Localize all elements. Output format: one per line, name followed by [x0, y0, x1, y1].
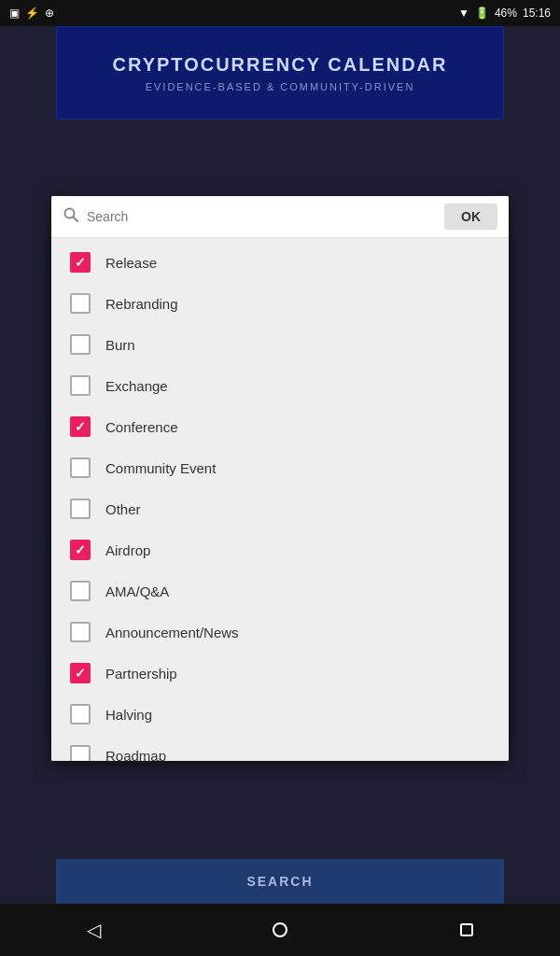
label-announcement-news: Announcement/News	[105, 625, 239, 640]
label-rebranding: Rebranding	[105, 296, 178, 312]
label-halving: Halving	[105, 707, 152, 723]
home-icon	[273, 922, 287, 937]
status-icons-left: ▣ ⚡ ⊕	[9, 7, 54, 20]
label-roadmap: Roadmap	[105, 748, 166, 762]
checkbox-community-event[interactable]	[70, 457, 91, 478]
checkbox-other[interactable]	[70, 499, 91, 519]
checkbox-roadmap[interactable]	[70, 745, 91, 761]
app-subtitle: EVIDENCE-BASED & COMMUNITY-DRIVEN	[146, 81, 415, 92]
label-partnership: Partnership	[105, 666, 177, 682]
battery-percent: 46%	[495, 7, 517, 20]
checkbox-airdrop[interactable]: ✓	[70, 540, 91, 560]
checkbox-release[interactable]: ✓	[70, 252, 91, 273]
checkmark-airdrop: ✓	[75, 543, 86, 556]
usb-icon: ⚡	[25, 7, 39, 20]
wifi-icon: ▼	[458, 7, 469, 20]
label-ama-qa: AMA/Q&A	[105, 583, 169, 599]
app-title: CRYPTOCURRENCY CALENDAR	[113, 54, 448, 76]
label-exchange: Exchange	[105, 378, 168, 394]
checkbox-partnership[interactable]: ✓	[70, 663, 91, 683]
clock: 15:16	[523, 7, 551, 20]
filter-dialog: OK ✓ReleaseRebrandingBurnExchange✓Confer…	[51, 196, 509, 761]
bottom-navigation: ◁	[0, 904, 560, 956]
checkbox-item-release[interactable]: ✓Release	[51, 242, 509, 283]
checkbox-halving[interactable]	[70, 704, 91, 724]
category-list: ✓ReleaseRebrandingBurnExchange✓Conferenc…	[51, 238, 509, 761]
checkbox-rebranding[interactable]	[70, 293, 91, 314]
label-conference: Conference	[105, 419, 178, 435]
checkbox-item-announcement-news[interactable]: Announcement/News	[51, 612, 509, 653]
recent-button[interactable]	[448, 911, 485, 949]
checkmark-partnership: ✓	[75, 667, 86, 680]
back-icon: ◁	[87, 919, 101, 941]
search-bottom-button[interactable]: SEARCH	[56, 859, 504, 904]
checkmark-release: ✓	[75, 256, 86, 269]
header-banner: CRYPTOCURRENCY CALENDAR EVIDENCE-BASED &…	[56, 26, 504, 120]
checkmark-conference: ✓	[75, 420, 86, 433]
checkbox-item-exchange[interactable]: Exchange	[51, 365, 509, 406]
label-community-event: Community Event	[105, 460, 216, 476]
label-airdrop: Airdrop	[105, 542, 150, 558]
back-button[interactable]: ◁	[75, 911, 112, 949]
checkbox-item-community-event[interactable]: Community Event	[51, 447, 509, 488]
checkbox-item-other[interactable]: Other	[51, 488, 509, 529]
label-burn: Burn	[105, 337, 135, 353]
checkbox-conference[interactable]: ✓	[70, 416, 91, 437]
checkbox-burn[interactable]	[70, 334, 91, 355]
checkbox-item-roadmap[interactable]: Roadmap	[51, 735, 509, 761]
checkbox-item-airdrop[interactable]: ✓Airdrop	[51, 529, 509, 570]
battery-icon: 🔋	[475, 7, 489, 20]
notification-icon: ▣	[9, 7, 20, 20]
checkbox-item-conference[interactable]: ✓Conference	[51, 406, 509, 447]
label-release: Release	[105, 255, 157, 271]
checkbox-item-halving[interactable]: Halving	[51, 694, 509, 735]
status-bar: ▣ ⚡ ⊕ ▼ 🔋 46% 15:16	[0, 0, 560, 26]
checkbox-announcement-news[interactable]	[70, 622, 91, 642]
checkbox-ama-qa[interactable]	[70, 581, 91, 601]
checkbox-item-ama-qa[interactable]: AMA/Q&A	[51, 570, 509, 612]
checkbox-item-burn[interactable]: Burn	[51, 324, 509, 365]
settings-icon: ⊕	[45, 7, 54, 20]
search-bar: OK	[51, 196, 509, 238]
ok-button[interactable]: OK	[444, 204, 497, 230]
search-input[interactable]	[87, 209, 437, 224]
checkbox-exchange[interactable]	[70, 375, 91, 396]
recent-icon	[460, 923, 473, 936]
home-button[interactable]	[261, 911, 299, 949]
label-other: Other	[105, 501, 141, 517]
status-icons-right: ▼ 🔋 46% 15:16	[458, 7, 551, 20]
checkbox-item-partnership[interactable]: ✓Partnership	[51, 653, 509, 694]
search-icon	[63, 206, 79, 227]
svg-line-1	[74, 218, 78, 222]
checkbox-item-rebranding[interactable]: Rebranding	[51, 283, 509, 324]
